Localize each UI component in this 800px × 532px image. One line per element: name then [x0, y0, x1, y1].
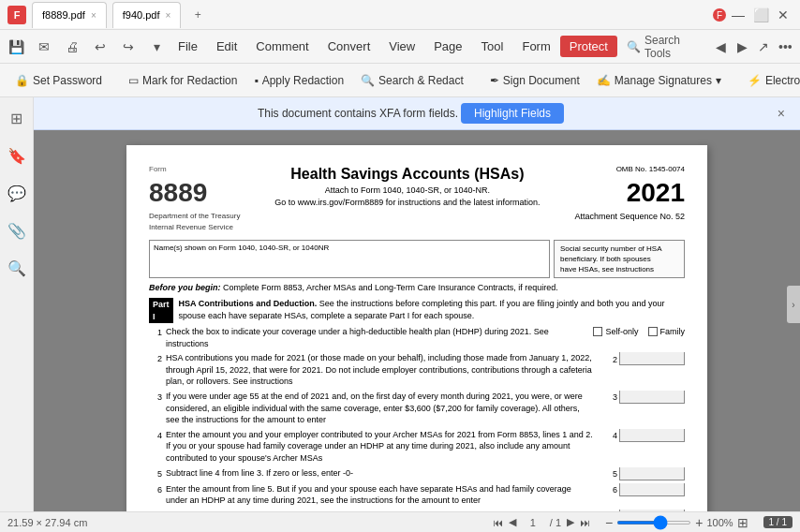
go-to: Go to www.irs.gov/Form8889 for instructi…: [247, 197, 567, 209]
row-field-4[interactable]: [619, 429, 685, 442]
row-field-2[interactable]: [619, 352, 685, 365]
checkboxes-row1: Self-only Family: [593, 326, 685, 338]
nav-first-btn[interactable]: ⏮: [493, 517, 503, 528]
close-highlight-bar-button[interactable]: ×: [778, 106, 785, 121]
row-num-1: 1: [149, 326, 162, 339]
part-i-label: Part I: [149, 298, 173, 323]
nav-back-page[interactable]: ◀: [709, 35, 731, 59]
menu-convert[interactable]: Convert: [319, 36, 380, 57]
checkbox-self[interactable]: Self-only: [593, 326, 638, 338]
sidebar-icon-search[interactable]: 🔍: [4, 255, 30, 281]
fit-btn[interactable]: ⊞: [737, 515, 748, 530]
menu-view[interactable]: View: [379, 36, 424, 57]
row-field-7[interactable]: [619, 510, 685, 511]
toolbar-nav-print[interactable]: 🖨: [60, 35, 84, 59]
tab-f8889-close[interactable]: ×: [91, 10, 96, 21]
electro-button[interactable]: ⚡ Electro...: [740, 70, 800, 91]
row-num-2: 2: [149, 352, 162, 365]
toolbar-nav-email[interactable]: ✉: [32, 35, 56, 59]
right-panel-toggle[interactable]: ›: [787, 286, 800, 323]
row-text-6: Enter the amount from line 5. But if you…: [166, 483, 595, 507]
manage-signatures-button[interactable]: ✍ Manage Signatures ▾: [589, 70, 729, 91]
apply-redaction-button[interactable]: ▪ Apply Redaction: [246, 70, 351, 91]
tab-f940[interactable]: f940.pdf ×: [112, 2, 182, 28]
form-year-block: OMB No. 1545-0074 2021 Attachment Sequen…: [574, 164, 685, 232]
checkbox-family-box[interactable]: [648, 327, 658, 336]
nav-last-btn[interactable]: ⏭: [580, 517, 590, 528]
nav-external[interactable]: ↗: [753, 35, 775, 59]
row-field-6[interactable]: [619, 483, 685, 496]
sign-document-label: Sign Document: [503, 74, 580, 87]
toolbar-nav-save[interactable]: 💾: [4, 35, 28, 59]
main-area: ⊞ 🔖 💬 📎 🔍 This document contains XFA for…: [0, 97, 800, 511]
toolbar-undo[interactable]: ↩: [88, 35, 112, 59]
minimize-button[interactable]: —: [729, 6, 748, 24]
new-tab-button[interactable]: +: [186, 4, 209, 26]
row-field-group-4: 4: [599, 429, 685, 442]
checkbox-family[interactable]: Family: [648, 326, 686, 338]
dimensions-label: 21.59 × 27.94 cm: [7, 517, 87, 528]
sidebar-icon-pages[interactable]: ⊞: [4, 105, 30, 131]
set-password-button[interactable]: 🔒 Set Password: [7, 70, 110, 91]
toolbar-redo[interactable]: ↪: [116, 35, 141, 59]
form-title-block: Health Savings Accounts (HSAs) Attach to…: [247, 164, 567, 232]
form-row-5: 5 Subtract line 4 from line 3. If zero o…: [149, 467, 685, 480]
attach-to: Attach to Form 1040, 1040-SR, or 1040-NR…: [247, 185, 567, 197]
row-field-label-6: 6: [599, 483, 617, 496]
search-redact-button[interactable]: 🔍 Search & Redact: [353, 70, 471, 91]
sidebar-icon-comments[interactable]: 💬: [4, 180, 30, 206]
highlight-fields-button[interactable]: Highlight Fields: [461, 103, 564, 124]
signatures-icon: ✍: [597, 74, 611, 87]
name-field: Name(s) shown on Form 1040, 1040-SR, or …: [149, 240, 550, 279]
nav-prev-btn[interactable]: ◀: [509, 516, 516, 528]
row-field-5[interactable]: [619, 467, 685, 480]
part-i-header: Part I HSA Contributions and Deduction. …: [149, 298, 685, 323]
app-icon: F: [7, 6, 26, 24]
toolbar-dropdown-arrow[interactable]: ▾: [144, 35, 169, 59]
search-tools-button[interactable]: 🔍 Search Tools: [617, 30, 709, 64]
document-scroll[interactable]: Form 8889 Department of the Treasury Int…: [34, 130, 800, 511]
menu-page[interactable]: Page: [424, 36, 471, 57]
sidebar-icon-bookmarks[interactable]: 🔖: [4, 142, 30, 169]
restore-button[interactable]: ⬜: [751, 6, 770, 24]
row-num-5: 5: [149, 467, 162, 480]
row-field-label-2: 2: [599, 353, 617, 366]
zoom-in-btn[interactable]: +: [695, 515, 703, 530]
page-current[interactable]: 1: [522, 517, 544, 528]
electro-label: Electro...: [765, 74, 800, 87]
row-field-3[interactable]: [619, 391, 685, 404]
menu-protect[interactable]: Protect: [560, 36, 617, 57]
row-num-7: 7: [149, 510, 162, 511]
checkbox-self-box[interactable]: [593, 327, 602, 336]
page-counter-badge: 1 / 1: [763, 516, 793, 528]
search-tools-label: Search Tools: [644, 34, 700, 60]
zoom-out-btn[interactable]: −: [605, 515, 613, 530]
tab-f8889[interactable]: f8889.pdf ×: [32, 2, 107, 28]
sidebar: ⊞ 🔖 💬 📎 🔍: [0, 97, 34, 511]
row-text-4: Enter the amount you and your employer c…: [166, 429, 595, 465]
ssn-block: Social security number of HSA beneficiar…: [554, 240, 685, 279]
tab-f8889-label: f8889.pdf: [42, 9, 85, 21]
nav-back-btn[interactable]: F: [710, 6, 729, 24]
close-button[interactable]: ✕: [774, 6, 793, 24]
menu-home[interactable]: File: [169, 36, 207, 57]
ssn-label2: beneficiary. If both spouses: [560, 254, 678, 264]
row-field-label-3: 3: [599, 391, 617, 404]
tab-f940-label: f940.pdf: [123, 9, 160, 21]
nav-forward-page[interactable]: ▶: [732, 35, 753, 59]
mark-redaction-button[interactable]: ▭ Mark for Redaction: [121, 70, 244, 91]
menu-form[interactable]: Form: [512, 36, 559, 57]
menu-tool[interactable]: Tool: [472, 36, 513, 57]
menu-comment[interactable]: Comment: [246, 36, 318, 57]
set-password-label: Set Password: [33, 74, 102, 87]
tab-f940-close[interactable]: ×: [165, 10, 170, 21]
zoom-slider[interactable]: [616, 521, 691, 525]
form-title: Health Savings Accounts (HSAs): [247, 164, 567, 185]
sidebar-icon-attachments[interactable]: 📎: [4, 217, 30, 244]
form-year: 2021: [574, 174, 685, 211]
nav-more[interactable]: •••: [775, 35, 796, 59]
form-number: 8889: [149, 174, 240, 211]
nav-next-btn[interactable]: ▶: [567, 516, 574, 528]
menu-edit[interactable]: Edit: [207, 36, 246, 57]
sign-document-button[interactable]: ✒ Sign Document: [482, 70, 587, 91]
